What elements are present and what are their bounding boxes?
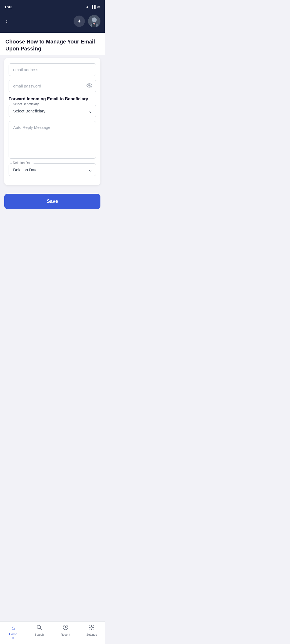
- deletion-date-float-label: Deletion Date: [12, 161, 34, 165]
- beneficiary-select-wrapper: Select Beneficiary Select Beneficiary ⌄: [9, 105, 96, 117]
- page-title-section: Choose How to Manage Your Email Upon Pas…: [0, 33, 105, 55]
- back-button[interactable]: ‹: [4, 16, 9, 26]
- status-bar: 1:42 ▲ ▐▐ ▭: [0, 0, 105, 13]
- gear-icon: ✦: [77, 18, 82, 24]
- page-title: Choose How to Manage Your Email Upon Pas…: [5, 38, 99, 52]
- beneficiary-float-label: Select Beneficiary: [12, 102, 40, 106]
- status-icons: ▲ ▐▐ ▭: [86, 5, 100, 9]
- header: ‹ ✦: [0, 13, 105, 33]
- header-right: ✦: [74, 15, 100, 27]
- wifi-icon: ▲: [86, 5, 89, 9]
- svg-point-1: [92, 17, 97, 22]
- toggle-password-icon[interactable]: [86, 83, 92, 89]
- settings-icon-button[interactable]: ✦: [74, 16, 85, 27]
- save-button[interactable]: Save: [4, 194, 100, 209]
- deletion-date-wrapper: Deletion Date Deletion Date ⌄: [9, 163, 96, 176]
- battery-icon: ▭: [97, 5, 100, 9]
- auto-reply-textarea[interactable]: [9, 121, 96, 159]
- deletion-date-select[interactable]: Deletion Date: [9, 163, 96, 176]
- signal-icon: ▐▐: [91, 5, 96, 9]
- main-content: Forward Incoming Email to Beneficiary Se…: [0, 55, 105, 244]
- password-wrapper: [9, 80, 96, 92]
- avatar[interactable]: [88, 15, 100, 27]
- forward-section-label: Forward Incoming Email to Beneficiary: [9, 97, 96, 101]
- beneficiary-select[interactable]: Select Beneficiary: [9, 105, 96, 117]
- email-password-input[interactable]: [9, 80, 96, 92]
- email-address-input[interactable]: [9, 63, 96, 76]
- status-time: 1:42: [4, 5, 12, 9]
- form-card: Forward Incoming Email to Beneficiary Se…: [4, 58, 100, 185]
